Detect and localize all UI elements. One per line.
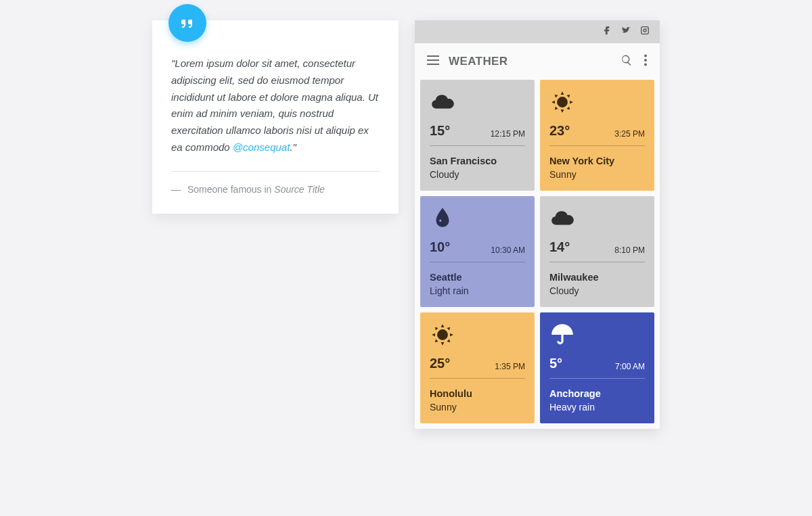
weather-condition: Cloudy [549,285,645,296]
weather-tile-row: 25°1:35 PM [430,356,525,378]
weather-city: Milwaukee [549,272,645,283]
quote-body-pre: "Lorem ipsum dolor sit amet, consectetur… [171,57,378,153]
svg-rect-0 [427,55,439,57]
quote-body: "Lorem ipsum dolor sit amet, consectetur… [171,55,380,156]
twitter-icon[interactable] [621,25,631,39]
weather-social-bar [415,20,660,43]
svg-point-4 [644,59,647,62]
weather-time: 12:15 PM [491,129,525,139]
weather-tile-row: 5°7:00 AM [549,356,645,378]
weather-time: 1:35 PM [495,362,525,371]
quote-mention-link[interactable]: @consequat [233,141,290,153]
instagram-icon[interactable] [639,25,650,39]
svg-point-3 [644,55,647,57]
quote-divider [171,171,380,172]
weather-time: 3:25 PM [614,129,645,139]
quote-footer: — Someone famous in Source Title [171,184,380,195]
weather-condition: Sunny [430,402,525,413]
weather-grid: 15°12:15 PMSan FranciscoCloudy23°3:25 PM… [415,80,660,429]
weather-condition: Cloudy [430,169,525,180]
em-dash: — [171,184,181,195]
quote-card: "Lorem ipsum dolor sit amet, consectetur… [152,20,399,214]
weather-tile[interactable]: 25°1:35 PMHonoluluSunny [420,312,535,423]
weather-tile[interactable]: 10°10:30 AMSeattleLight rain [420,196,535,307]
quote-body-post: ." [290,141,296,153]
weather-condition: Sunny [549,169,645,180]
quote-attribution: Someone famous in [187,184,274,195]
search-icon[interactable] [621,54,633,69]
weather-tile-divider [430,262,525,262]
weather-city: New York City [549,156,645,166]
more-vertical-icon[interactable] [644,54,648,69]
weather-city: Seattle [430,272,525,283]
weather-time: 8:10 PM [614,245,645,255]
weather-temp: 10° [430,239,450,255]
weather-condition: Light rain [430,285,525,296]
umbrella-icon [549,322,645,348]
cloud-icon [430,89,525,115]
weather-tile-divider [549,145,645,146]
drop-icon [430,206,525,231]
weather-time: 7:00 AM [615,362,645,371]
weather-time: 10:30 AM [491,245,525,255]
weather-tile-divider [430,378,525,379]
hamburger-icon[interactable] [427,55,439,68]
sun-icon [430,322,525,348]
weather-tile-divider [430,145,525,146]
weather-tile[interactable]: 23°3:25 PMNew York CitySunny [540,80,654,191]
weather-tile-row: 10°10:30 AM [430,239,525,262]
weather-tile-row: 23°3:25 PM [549,123,645,145]
weather-tile[interactable]: 5°7:00 AMAnchorageHeavy rain [540,312,654,423]
weather-temp: 15° [430,123,450,139]
weather-city: San Francisco [430,156,525,166]
weather-header: WEATHER [415,43,660,80]
cloud-icon [549,206,645,231]
svg-point-5 [644,64,647,66]
weather-tile[interactable]: 14°8:10 PMMilwaukeeCloudy [540,196,654,307]
weather-card: WEATHER 15°12:15 PMSan FranciscoCloudy23… [415,20,660,429]
weather-tile-divider [549,378,645,379]
weather-temp: 23° [549,123,570,139]
weather-city: Anchorage [549,388,645,399]
weather-temp: 25° [430,356,450,371]
weather-title: WEATHER [449,55,610,68]
weather-tile[interactable]: 15°12:15 PMSan FranciscoCloudy [420,80,535,191]
weather-tile-divider [549,262,645,262]
weather-tile-row: 15°12:15 PM [430,123,525,145]
weather-city: Honolulu [430,388,525,399]
sun-icon [549,89,645,115]
quote-icon [179,15,196,31]
quote-source-title: Source Title [274,184,325,195]
weather-temp: 14° [549,239,570,255]
facebook-icon[interactable] [602,25,612,39]
svg-rect-2 [427,64,439,65]
weather-condition: Heavy rain [549,402,645,413]
weather-tile-row: 14°8:10 PM [549,239,645,262]
weather-temp: 5° [549,356,562,371]
quote-left-icon [168,4,206,42]
svg-rect-1 [427,60,439,61]
